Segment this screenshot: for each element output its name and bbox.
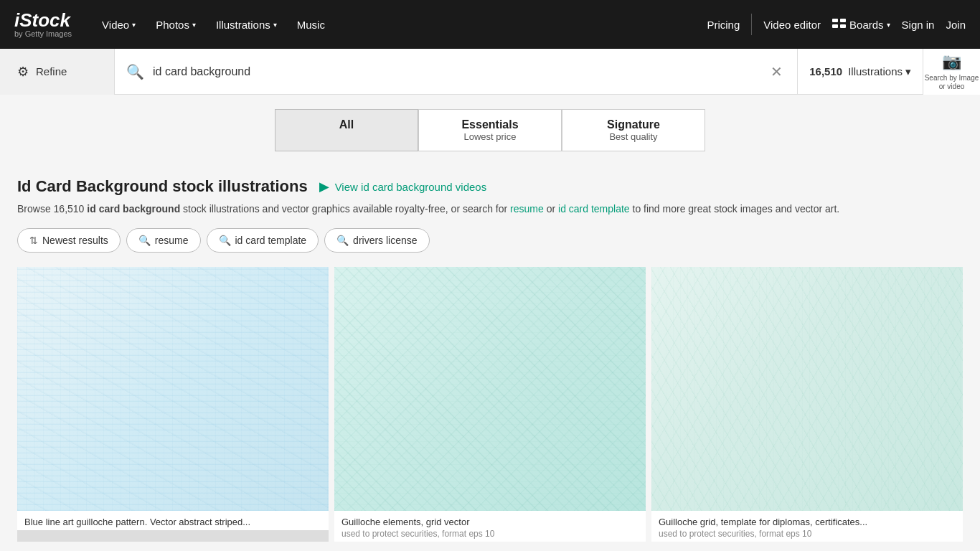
nav-join[interactable]: Join xyxy=(946,19,966,31)
search-chip-icon: 🔍 xyxy=(138,235,151,246)
chip-id-card-template[interactable]: 🔍 id card template xyxy=(207,228,319,253)
boards-chevron-icon: ▾ xyxy=(887,21,890,29)
nav-music[interactable]: Music xyxy=(288,13,334,37)
video-play-icon: ▶ xyxy=(319,179,329,194)
image-title: Guilloche elements, grid vector xyxy=(341,517,639,527)
tab-all[interactable]: All xyxy=(275,109,418,151)
filter-tabs: All Essentials Lowest price Signature Be… xyxy=(0,95,980,163)
result-count: 16,510 xyxy=(809,65,842,77)
nav-boards[interactable]: Boards ▾ xyxy=(832,19,890,31)
search-right: 16,510 Illustrations ▾ 📷 Search by Image… xyxy=(797,49,980,95)
chip-label: drivers license xyxy=(353,235,417,246)
tab-essentials-label: Essentials xyxy=(453,118,527,131)
logo[interactable]: iStock by Getty Images xyxy=(14,11,72,38)
page-title: Id Card Background stock illustrations xyxy=(17,177,308,196)
filter-type-chevron-icon: ▾ xyxy=(905,65,911,78)
nav-illustrations[interactable]: Illustrations ▾ xyxy=(207,13,286,37)
search-by-image-button[interactable]: 📷 Search by Image or video xyxy=(923,49,980,95)
image-caption: Blue line art guilloche pattern. Vector … xyxy=(17,511,329,530)
refine-sliders-icon: ⚙ xyxy=(17,64,29,80)
image-thumbnail xyxy=(334,267,646,511)
image-thumbnail xyxy=(17,267,329,511)
camera-icon: 📷 xyxy=(942,52,961,71)
image-card[interactable]: Guilloche grid, template for diplomas, c… xyxy=(651,267,963,542)
image-grid: Blue line art guilloche pattern. Vector … xyxy=(17,267,963,542)
desc-link-template[interactable]: id card template xyxy=(558,203,630,215)
image-card[interactable]: Blue line art guilloche pattern. Vector … xyxy=(17,267,329,542)
image-title: Blue line art guilloche pattern. Vector … xyxy=(24,517,321,527)
logo-sub: by Getty Images xyxy=(14,29,72,38)
nav-pricing[interactable]: Pricing xyxy=(707,19,740,31)
search-clear-icon[interactable]: ✕ xyxy=(768,60,786,83)
chip-label: id card template xyxy=(235,235,307,246)
nav-right: Pricing Video editor Boards ▾ Sign in Jo… xyxy=(707,14,966,35)
tab-all-label: All xyxy=(310,118,383,131)
image-sub: used to protect securities, format eps 1… xyxy=(659,529,956,539)
search-input-wrap: 🔍 ✕ xyxy=(115,60,797,83)
video-link[interactable]: ▶ View id card background videos xyxy=(319,179,487,194)
search-chip-icon3: 🔍 xyxy=(336,235,349,246)
tab-signature-sub: Best quality xyxy=(597,131,670,142)
filter-type-button[interactable]: Illustrations ▾ xyxy=(848,65,911,78)
search-chip-icon2: 🔍 xyxy=(219,235,231,246)
main-content: Id Card Background stock illustrations ▶… xyxy=(0,163,980,542)
search-magnifier-icon: 🔍 xyxy=(126,63,144,80)
refine-button[interactable]: ⚙ Refine xyxy=(0,49,115,95)
tab-essentials[interactable]: Essentials Lowest price xyxy=(418,109,562,151)
image-thumbnail xyxy=(651,267,963,511)
image-title: Guilloche grid, template for diplomas, c… xyxy=(659,517,956,527)
logo-main: iStock xyxy=(14,11,72,29)
chip-newest-results[interactable]: ⇅ Newest results xyxy=(17,228,121,253)
nav-photos[interactable]: Photos ▾ xyxy=(147,13,204,37)
chip-label: resume xyxy=(155,235,189,246)
search-by-image-label: Search by Image or video xyxy=(923,74,980,91)
chip-drivers-license[interactable]: 🔍 drivers license xyxy=(324,228,429,253)
desc-link-resume[interactable]: resume xyxy=(510,203,544,215)
video-link-text: View id card background videos xyxy=(335,181,487,193)
illustrations-chevron-icon: ▾ xyxy=(273,21,277,29)
navbar: iStock by Getty Images Video ▾ Photos ▾ … xyxy=(0,0,980,49)
nav-video[interactable]: Video ▾ xyxy=(93,13,144,37)
photos-chevron-icon: ▾ xyxy=(192,21,196,29)
image-card[interactable]: Guilloche elements, grid vector used to … xyxy=(334,267,646,542)
chip-resume[interactable]: 🔍 resume xyxy=(126,228,201,253)
image-caption: Guilloche elements, grid vector used to … xyxy=(334,511,646,542)
image-sub: used to protect securities, format eps 1… xyxy=(341,529,639,539)
description-text: Browse 16,510 id card background stock i… xyxy=(17,202,963,217)
video-chevron-icon: ▾ xyxy=(132,21,136,29)
nav-divider xyxy=(751,14,752,35)
nav-video-editor[interactable]: Video editor xyxy=(763,19,821,31)
tab-signature[interactable]: Signature Best quality xyxy=(562,109,705,151)
nav-links: Video ▾ Photos ▾ Illustrations ▾ Music xyxy=(93,13,707,37)
sort-icon: ⇅ xyxy=(29,235,38,246)
tab-signature-label: Signature xyxy=(597,118,670,131)
tab-essentials-sub: Lowest price xyxy=(453,131,527,142)
filter-chips: ⇅ Newest results 🔍 resume 🔍 id card temp… xyxy=(17,228,963,253)
nav-sign-in[interactable]: Sign in xyxy=(902,19,935,31)
image-caption: Guilloche grid, template for diplomas, c… xyxy=(651,511,963,542)
page-title-area: Id Card Background stock illustrations ▶… xyxy=(17,177,963,196)
result-count-area: 16,510 Illustrations ▾ xyxy=(798,65,923,78)
boards-grid-icon xyxy=(832,19,847,30)
search-input[interactable] xyxy=(153,65,768,78)
chip-label: Newest results xyxy=(42,235,108,246)
search-bar: ⚙ Refine 🔍 ✕ 16,510 Illustrations ▾ 📷 Se… xyxy=(0,49,980,95)
